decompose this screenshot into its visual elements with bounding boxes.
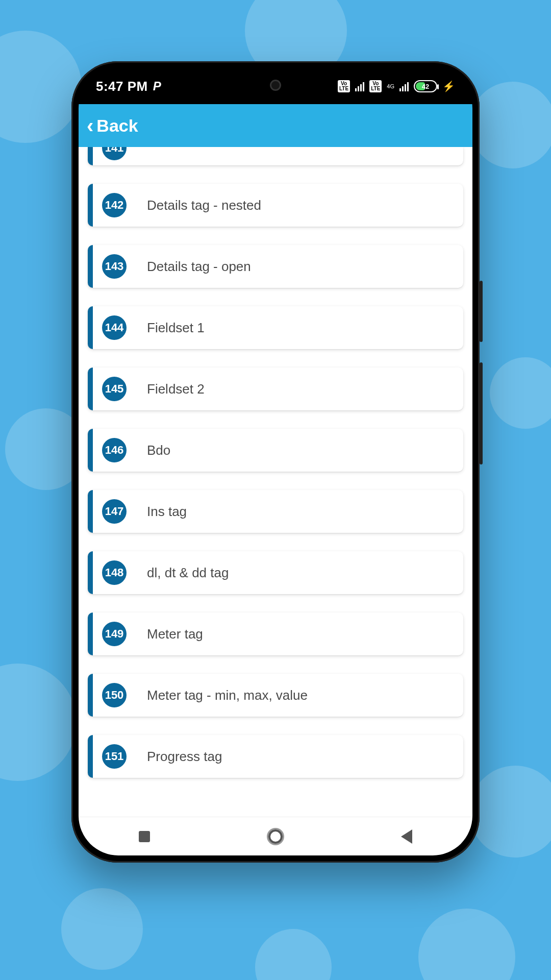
item-label: Meter tag xyxy=(147,626,203,642)
item-label: Bdo xyxy=(147,443,170,458)
list-item[interactable]: 142 Details tag - nested xyxy=(88,184,463,227)
item-number-badge: 144 xyxy=(102,315,127,340)
android-nav-bar xyxy=(79,817,472,855)
square-icon xyxy=(139,831,150,842)
volte-icon-1: Vo LTE xyxy=(338,80,350,92)
item-number-badge: 146 xyxy=(102,438,127,462)
charging-icon: ⚡ xyxy=(442,80,455,92)
volte-icon-2: Vo LTE xyxy=(369,80,382,92)
app-header: ‹ Back xyxy=(79,104,472,147)
circle-icon xyxy=(268,829,283,844)
back-nav-button[interactable] xyxy=(371,829,442,844)
triangle-left-icon xyxy=(401,829,412,844)
battery-level: 42 xyxy=(415,83,436,90)
signal-icon-1 xyxy=(355,81,364,91)
item-number-badge: 145 xyxy=(102,377,127,401)
list-item[interactable]: 145 Fieldset 2 xyxy=(88,368,463,410)
home-button[interactable] xyxy=(240,829,311,844)
chevron-left-icon[interactable]: ‹ xyxy=(87,115,93,136)
camera-notch xyxy=(270,80,281,91)
item-number-badge: 142 xyxy=(102,193,127,217)
list-item[interactable]: 144 Fieldset 1 xyxy=(88,306,463,349)
item-number-badge: 147 xyxy=(102,499,127,524)
item-label: Fieldset 1 xyxy=(147,320,205,336)
list-item[interactable]: 150 Meter tag - min, max, value xyxy=(88,674,463,717)
phone-screen: 5:47 PM P Vo LTE Vo LTE 4G 42 ⚡ ‹ Back xyxy=(79,68,472,855)
list-item[interactable]: 143 Details tag - open xyxy=(88,245,463,288)
phone-frame: 5:47 PM P Vo LTE Vo LTE 4G 42 ⚡ ‹ Back xyxy=(71,61,480,863)
list-item[interactable]: 147 Ins tag xyxy=(88,490,463,533)
list-item[interactable]: 149 Meter tag xyxy=(88,612,463,655)
item-label: Details tag - open xyxy=(147,259,251,275)
list-item[interactable]: 146 Bdo xyxy=(88,429,463,472)
list-item[interactable]: 141 xyxy=(88,147,463,165)
item-number-badge: 149 xyxy=(102,622,127,646)
content-list[interactable]: 141 142 Details tag - nested 143 Details… xyxy=(79,147,472,817)
item-label: Ins tag xyxy=(147,504,187,520)
item-number-badge: 151 xyxy=(102,744,127,769)
item-number-badge: 148 xyxy=(102,560,127,585)
item-label: dl, dt & dd tag xyxy=(147,565,229,581)
network-4g-label: 4G xyxy=(387,84,394,89)
item-label: Details tag - nested xyxy=(147,198,261,213)
item-label: Meter tag - min, max, value xyxy=(147,688,308,703)
p-icon: P xyxy=(153,79,161,93)
list-item[interactable]: 151 Progress tag xyxy=(88,735,463,778)
clock: 5:47 PM xyxy=(96,79,148,94)
back-button[interactable]: Back xyxy=(96,116,138,136)
item-number-badge: 143 xyxy=(102,254,127,279)
overview-button[interactable] xyxy=(109,831,180,842)
signal-icon-2 xyxy=(399,81,409,91)
item-number-badge: 150 xyxy=(102,683,127,707)
item-label: Progress tag xyxy=(147,749,222,765)
item-number-badge: 141 xyxy=(102,147,127,160)
list-item[interactable]: 148 dl, dt & dd tag xyxy=(88,551,463,594)
battery-icon: 42 xyxy=(414,80,437,92)
item-label: Fieldset 2 xyxy=(147,381,205,397)
